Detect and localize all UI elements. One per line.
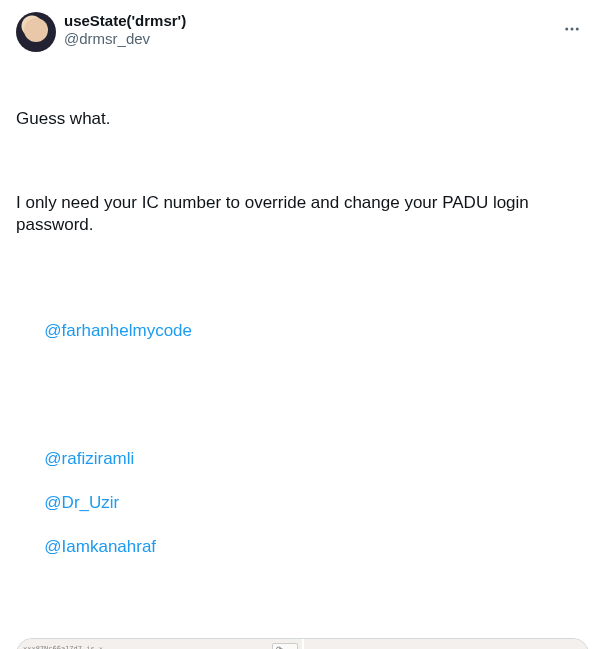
tweet-card: useState('drmsr') @drmsr_dev Guess what.… — [0, 0, 605, 649]
devtools-toolbar: ⟳ ⋯ — [272, 643, 298, 649]
svg-point-2 — [576, 28, 579, 31]
mentions-row: @rafiziramli @Dr_Uzir @Iamkanahraf — [16, 426, 589, 580]
postman-banner: in, sign in or create an account to work… — [310, 645, 583, 649]
more-button[interactable] — [555, 12, 589, 46]
filename-tab: xxx87Nc66a17d7.js × — [23, 645, 296, 649]
avatar[interactable] — [16, 12, 56, 52]
tweet-media[interactable]: ⟳ ⋯ xxx87Nc66a17d7.js × > s = t(25077), … — [16, 638, 589, 649]
mention-link[interactable]: @farhanhelmycode — [44, 321, 192, 340]
more-icon: ⋯ — [289, 645, 294, 649]
tweet-body: Guess what. I only need your IC number t… — [16, 64, 589, 624]
display-name: useState('drmsr') — [64, 12, 547, 30]
svg-point-1 — [571, 28, 574, 31]
tweet-paragraph: Guess what. — [16, 108, 589, 130]
svg-point-0 — [565, 28, 568, 31]
author-names[interactable]: useState('drmsr') @drmsr_dev — [64, 12, 547, 48]
tweet-header: useState('drmsr') @drmsr_dev — [16, 12, 589, 52]
reload-icon: ⟳ — [276, 645, 283, 649]
media-right-postman: in, sign in or create an account to work… — [302, 639, 589, 649]
more-icon — [563, 20, 581, 38]
tweet-paragraph: I only need your IC number to override a… — [16, 192, 589, 236]
handle: @drmsr_dev — [64, 30, 547, 48]
mention-link[interactable]: @Iamkanahraf — [44, 537, 156, 556]
mention-link[interactable]: @Dr_Uzir — [44, 493, 119, 512]
mentions-row: @farhanhelmycode — [16, 298, 589, 364]
mention-link[interactable]: @rafiziramli — [44, 449, 134, 468]
media-left-code: ⟳ ⋯ xxx87Nc66a17d7.js × > s = t(25077), … — [17, 639, 302, 649]
